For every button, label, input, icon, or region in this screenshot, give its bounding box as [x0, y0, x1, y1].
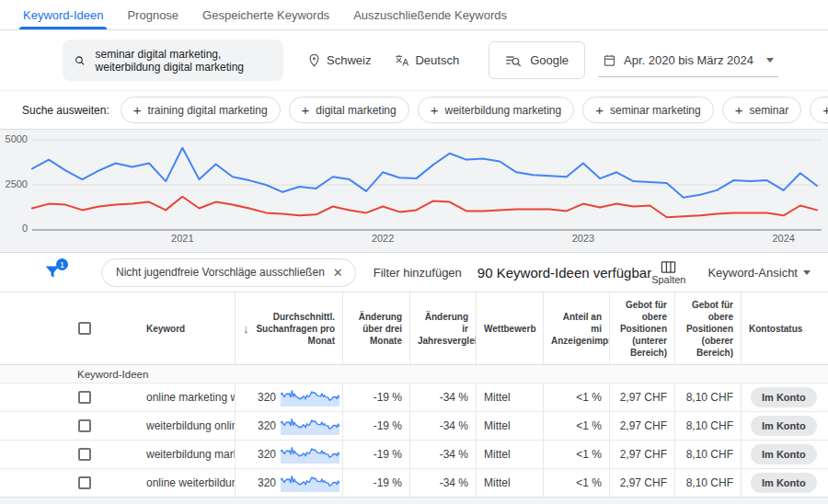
keyword-count-text: 90 Keyword-Ideen verfügbar: [477, 265, 651, 281]
columns-icon: [661, 260, 676, 274]
row-checkbox[interactable]: [78, 419, 91, 432]
sparkline: [281, 443, 339, 465]
sparkline: [281, 415, 339, 437]
network-selector-google[interactable]: Google: [489, 41, 585, 79]
plus-icon: +: [735, 103, 743, 117]
table-header-row: Keyword ↓ Durchschnittl. Suchanfragen pr…: [0, 292, 828, 365]
bid-high-cell: 8,10 CHF: [674, 384, 741, 411]
tab-auszuschliessende-keywords[interactable]: Auszuschließende Keywords: [341, 0, 519, 29]
chart-line-blue: [32, 148, 817, 198]
three-month-change-cell: -19 %: [342, 412, 409, 440]
translate-icon: [395, 53, 409, 68]
bid-low-cell: 2,97 CHF: [609, 441, 674, 468]
keyword-text: weiterbildung online marketing: [146, 419, 235, 432]
tab-gespeicherte-keywords[interactable]: Gespeicherte Keywords: [190, 0, 341, 29]
date-range-label: Apr. 2020 bis März 2024: [624, 53, 753, 67]
chevron-down-icon: [803, 270, 811, 275]
filter-count-badge: 1: [56, 258, 68, 270]
header-competition[interactable]: Wettbewerb: [476, 292, 543, 364]
chip-label: digital marketing: [316, 104, 396, 117]
account-status-cell: Im Konto: [741, 384, 828, 411]
plus-icon: +: [822, 103, 828, 117]
sort-descending-icon: ↓: [243, 323, 249, 335]
expand-chip[interactable]: +weiterbildung marketing: [418, 97, 575, 123]
expand-search-label: Suche ausweiten:: [22, 104, 109, 117]
columns-button[interactable]: Spalten: [651, 260, 685, 285]
keyword-text: online marketing weiterbildung: [146, 391, 235, 404]
select-all-checkbox[interactable]: [78, 322, 91, 335]
three-month-change-cell: -19 %: [342, 469, 409, 497]
table-row: online weiterbildung marketing 320 -19 %…: [0, 468, 828, 497]
columns-label: Spalten: [651, 274, 685, 285]
view-selector[interactable]: Keyword-Ansicht: [707, 266, 811, 280]
impression-share-cell: <1 %: [543, 441, 609, 468]
plus-icon: +: [133, 103, 142, 117]
keyword-table-body: online marketing weiterbildung 320 -19 %…: [0, 383, 828, 497]
chip-label: seminar marketing: [610, 104, 701, 117]
y-tick-0: 0: [3, 223, 28, 234]
filter-funnel-button[interactable]: 1: [42, 262, 63, 282]
expand-chip[interactable]: +digital marketing: [289, 97, 409, 123]
sparkline: [281, 386, 339, 408]
header-avg-searches[interactable]: ↓ Durchschnittl. Suchanfragen pro Monat: [235, 292, 342, 364]
view-selector-label: Keyword-Ansicht: [707, 266, 798, 280]
avg-searches-value: 320: [258, 419, 276, 432]
add-filter-button[interactable]: Filter hinzufügen: [374, 266, 462, 280]
keyword-cell: weiterbildung marketing online: [0, 441, 235, 468]
x-tick-2023: 2023: [563, 233, 604, 244]
active-filter-chip[interactable]: Nicht jugendfreie Vorschläge ausschließe…: [101, 258, 356, 287]
plus-icon: +: [302, 103, 310, 117]
competition-cell: Mittel: [476, 469, 543, 497]
keyword-cell: weiterbildung online marketing: [0, 412, 235, 440]
bid-low-cell: 2,97 CHF: [609, 384, 674, 411]
filter-chip-label: Nicht jugendfreie Vorschläge ausschließe…: [116, 266, 325, 279]
status-badge: Im Konto: [751, 473, 817, 493]
filter-toolbar: 1 Nicht jugendfreie Vorschläge ausschlie…: [0, 252, 828, 292]
header-keyword-label: Keyword: [146, 323, 185, 335]
impression-share-cell: <1 %: [543, 412, 609, 440]
header-impression-share[interactable]: Anteil an mi Anzeigenimpre: [543, 292, 609, 364]
row-checkbox[interactable]: [78, 448, 91, 461]
expand-search-row: Suche ausweiten: +training digital marke…: [0, 91, 828, 129]
yoy-change-cell: -34 %: [409, 441, 476, 468]
avg-searches-cell: 320: [235, 441, 342, 468]
avg-searches-cell: 320: [235, 469, 342, 497]
header-three-month-change[interactable]: Änderung über drei Monate: [342, 292, 409, 364]
account-status-cell: Im Konto: [741, 469, 828, 497]
yoy-change-cell: -34 %: [409, 384, 476, 411]
close-icon[interactable]: ✕: [333, 267, 343, 279]
location-label: Schweiz: [327, 53, 371, 67]
avg-searches-value: 320: [258, 476, 276, 489]
keyword-search-input[interactable]: seminar digital marketing, weiterbildung…: [63, 40, 283, 81]
expand-chip[interactable]: +seminar marketing: [582, 97, 713, 123]
date-range-selector[interactable]: Apr. 2020 bis März 2024: [598, 44, 778, 77]
tab-keyword-ideen[interactable]: Keyword-Ideen: [11, 0, 115, 29]
header-yoy-change[interactable]: Änderung ir Jahresvergleic: [409, 292, 476, 364]
header-top-of-page-bid-high[interactable]: Gebot für obere Positionen (oberer Berei…: [674, 292, 741, 364]
bid-low-cell: 2,97 CHF: [609, 412, 674, 440]
search-icon: [75, 52, 86, 69]
expand-chip[interactable]: +marketing: [810, 97, 828, 123]
header-top-of-page-bid-low[interactable]: Gebot für obere Positionen (unterer Bere…: [609, 292, 674, 364]
chip-label: training digital marketing: [148, 104, 268, 117]
expand-chip[interactable]: +training digital marketing: [121, 97, 281, 123]
expand-chip[interactable]: +seminar: [722, 97, 801, 123]
status-badge: Im Konto: [751, 416, 817, 436]
sparkline: [281, 472, 339, 494]
account-status-cell: Im Konto: [741, 412, 828, 440]
bid-high-cell: 8,10 CHF: [674, 441, 741, 468]
avg-searches-cell: 320: [235, 412, 342, 440]
header-account-status[interactable]: Kontostatus: [741, 292, 828, 364]
location-selector[interactable]: Schweiz: [307, 53, 371, 67]
account-status-cell: Im Konto: [741, 441, 828, 468]
row-checkbox[interactable]: [78, 391, 91, 404]
keyword-text: weiterbildung marketing online: [146, 448, 235, 461]
competition-cell: Mittel: [476, 412, 543, 440]
row-checkbox[interactable]: [78, 476, 91, 489]
bid-high-cell: 8,10 CHF: [674, 412, 741, 440]
language-selector[interactable]: Deutsch: [395, 53, 459, 68]
bottom-strip: [0, 497, 828, 504]
bid-high-cell: 8,10 CHF: [674, 469, 741, 497]
tab-prognose[interactable]: Prognose: [115, 0, 190, 29]
impression-share-cell: <1 %: [543, 384, 609, 411]
